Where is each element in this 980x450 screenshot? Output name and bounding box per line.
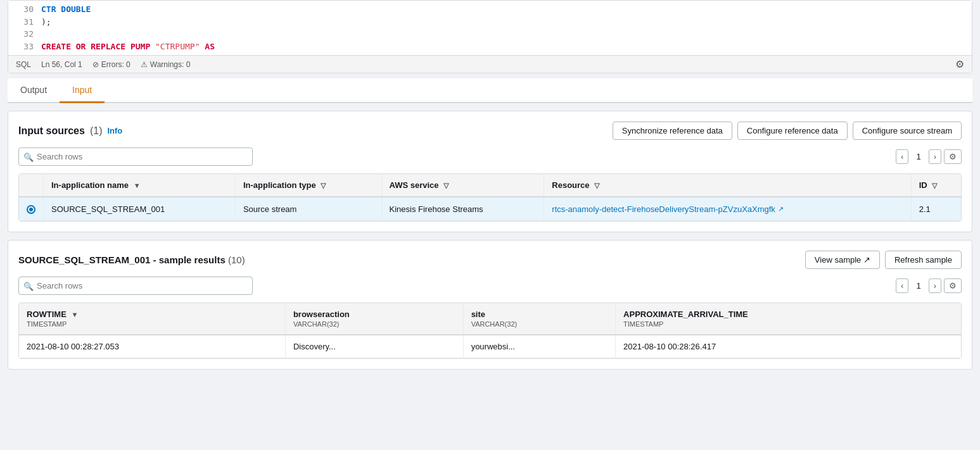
sample-count: (10) [228, 254, 245, 265]
code-editor-panel: 30 CTR DOUBLE 31 ); 32 33 CREATE OR REPL… [8, 0, 972, 73]
sample-results-table: ROWTIME ▼ TIMESTAMP browseraction VARCHA… [18, 303, 962, 359]
code-line-33: 33 CREATE OR REPLACE PUMP "CTRPUMP" AS [8, 41, 972, 53]
select-cell [19, 197, 44, 221]
rowtime-cell: 2021-08-10 00:28:27.053 [19, 335, 285, 358]
prev-page-button[interactable]: ‹ [896, 149, 908, 164]
col-rowtime: ROWTIME ▼ TIMESTAMP [19, 303, 285, 335]
in-app-type-cell: Source stream [235, 197, 381, 221]
id-cell: 2.1 [911, 197, 961, 221]
search-wrapper: 🔍 [18, 147, 253, 166]
col-browseraction: browseraction VARCHAR(32) [285, 303, 463, 335]
sort-icon: ▼ [134, 182, 141, 189]
sample-prev-page-button[interactable]: ‹ [896, 278, 908, 293]
aws-service-cell: Kinesis Firehose Streams [381, 197, 544, 221]
resource-link[interactable]: rtcs-anamoly-detect-FirehoseDeliveryStre… [552, 204, 903, 214]
table-settings-button[interactable]: ⚙ [944, 149, 962, 164]
select-col-header [19, 174, 44, 197]
configure-source-stream-button[interactable]: Configure source stream [853, 122, 962, 140]
tab-input[interactable]: Input [60, 78, 105, 103]
sort-icon: ▽ [321, 182, 326, 189]
col-resource: Resource ▽ [544, 174, 911, 197]
input-sources-actions: Synchronize reference data Configure ref… [613, 122, 962, 140]
sample-pagination: ‹ 1 › ⚙ [896, 278, 962, 293]
result-table-row: 2021-08-10 00:28:27.053 Discovery... you… [19, 335, 961, 358]
col-header-sub: TIMESTAMP [27, 320, 277, 328]
sync-reference-data-button[interactable]: Synchronize reference data [613, 122, 732, 140]
sample-results-header: SOURCE_SQL_STREAM_001 - sample results (… [18, 251, 962, 269]
cursor-position: Ln 56, Col 1 [41, 60, 82, 69]
tab-output[interactable]: Output [8, 78, 60, 103]
sort-icon: ▽ [594, 182, 599, 189]
table-row[interactable]: SOURCE_SQL_STREAM_001 Source stream Kine… [19, 197, 961, 221]
col-header-sub: VARCHAR(32) [293, 320, 455, 328]
input-sources-title: Input sources (1) Info [18, 125, 122, 137]
sample-search-wrapper: 🔍 [18, 277, 253, 295]
error-count: ⊘ Errors: 0 [92, 60, 130, 69]
sort-icon: ▽ [932, 182, 937, 189]
sort-icon: ▽ [443, 182, 449, 189]
code-content: CTR DOUBLE [41, 3, 91, 16]
code-line-31: 31 ); [8, 16, 972, 28]
external-link-icon: ↗ [778, 205, 784, 213]
browseraction-cell: Discovery... [285, 335, 463, 358]
col-site: site VARCHAR(32) [463, 303, 615, 335]
code-area: 30 CTR DOUBLE 31 ); 32 33 CREATE OR REPL… [8, 1, 972, 55]
view-sample-button[interactable]: View sample ↗ [805, 251, 880, 269]
configure-reference-data-button[interactable]: Configure reference data [737, 122, 848, 140]
col-in-app-name: In-application name ▼ [44, 174, 236, 197]
next-page-button[interactable]: › [929, 149, 941, 164]
sample-page-number: 1 [911, 279, 926, 292]
tabs-row: Output Input [8, 78, 972, 103]
input-sources-table: In-application name ▼ In-application typ… [18, 173, 962, 222]
sample-actions: View sample ↗ Refresh sample [805, 251, 962, 269]
sql-indicator: SQL [16, 60, 31, 69]
warning-count: ⚠ Warnings: 0 [141, 60, 191, 69]
info-link[interactable]: Info [107, 126, 122, 135]
sql-label: SQL [16, 60, 31, 69]
resource-text: rtcs-anamoly-detect-FirehoseDeliveryStre… [552, 204, 775, 214]
table-header-row: In-application name ▼ In-application typ… [19, 174, 961, 197]
warning-icon: ⚠ [141, 60, 148, 69]
code-line-30: 30 CTR DOUBLE [8, 3, 972, 16]
col-header-main: site [471, 309, 608, 319]
radio-dot-inner [29, 208, 33, 211]
col-header-main: APPROXIMATE_ARRIVAL_TIME [623, 309, 953, 319]
sample-results-panel: SOURCE_SQL_STREAM_001 - sample results (… [8, 240, 972, 370]
input-sources-header: Input sources (1) Info Synchronize refer… [18, 122, 962, 140]
line-number: 30 [13, 3, 34, 16]
col-arrival-time: APPROXIMATE_ARRIVAL_TIME TIMESTAMP [616, 303, 961, 335]
sample-next-page-button[interactable]: › [929, 278, 941, 293]
sample-results-title: SOURCE_SQL_STREAM_001 - sample results (… [18, 254, 245, 265]
code-content: ); [41, 16, 51, 28]
search-icon: 🔍 [23, 152, 34, 161]
title-text: Input sources [18, 125, 85, 137]
pagination: ‹ 1 › ⚙ [896, 149, 962, 164]
search-input[interactable] [18, 147, 253, 166]
in-app-name-cell: SOURCE_SQL_STREAM_001 [44, 197, 236, 221]
status-bar: SQL Ln 56, Col 1 ⊘ Errors: 0 ⚠ Warnings:… [8, 55, 972, 73]
col-header-main: browseraction [293, 309, 455, 319]
col-header-main: ROWTIME ▼ [27, 309, 277, 319]
radio-button [27, 205, 35, 214]
line-number: 31 [13, 16, 34, 28]
sample-search-row: 🔍 ‹ 1 › ⚙ [18, 277, 962, 295]
view-sample-label: View sample [815, 255, 861, 265]
line-number: 32 [13, 28, 34, 41]
editor-settings-button[interactable]: ⚙ [955, 58, 964, 70]
site-cell: yourwebsi... [463, 335, 615, 358]
sample-search-input[interactable] [18, 277, 253, 295]
refresh-sample-button[interactable]: Refresh sample [885, 251, 962, 269]
sort-icon: ▼ [71, 311, 78, 318]
input-sources-panel: Input sources (1) Info Synchronize refer… [8, 111, 972, 232]
col-in-app-type: In-application type ▽ [235, 174, 381, 197]
sample-table-settings-button[interactable]: ⚙ [944, 278, 962, 293]
col-aws-service: AWS service ▽ [381, 174, 544, 197]
line-number: 33 [13, 41, 34, 53]
col-header-sub: VARCHAR(32) [471, 320, 608, 328]
code-content: CREATE OR REPLACE PUMP "CTRPUMP" AS [41, 41, 215, 53]
page-number: 1 [911, 150, 926, 163]
count-badge: (1) [90, 125, 103, 137]
arrival-time-cell: 2021-08-10 00:28:26.417 [616, 335, 961, 358]
code-line-32: 32 [8, 28, 972, 41]
col-header-sub: TIMESTAMP [623, 320, 953, 328]
